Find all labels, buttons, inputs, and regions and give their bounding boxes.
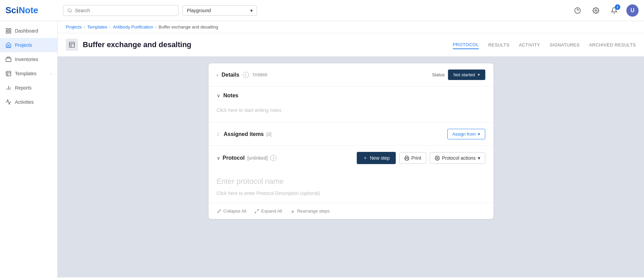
notifications-button[interactable]: 2: [608, 4, 620, 17]
status-value: Not started: [453, 72, 475, 77]
breadcrumb-current: Buffer exchange and desalting: [159, 24, 218, 29]
sidebar-item-templates[interactable]: Templates ›: [0, 66, 57, 81]
svg-line-21: [217, 212, 218, 213]
sidebar-item-inventories[interactable]: Inventories: [0, 52, 57, 66]
rearrange-steps-label: Rearrange steps: [297, 209, 330, 214]
tab-results[interactable]: RESULTS: [488, 41, 510, 49]
expand-icon: [254, 209, 259, 214]
chevron-down-icon: ▾: [478, 155, 480, 161]
main-card: › Details i TA9868 Status Not started ▾: [209, 63, 493, 219]
protocol-actions-button[interactable]: Protocol actions ▾: [430, 152, 485, 164]
svg-point-4: [595, 9, 597, 11]
sidebar-item-reports[interactable]: Reports: [0, 81, 57, 95]
svg-rect-19: [406, 158, 408, 160]
workspace-label: Playground: [187, 8, 211, 13]
protocol-actions-label: Protocol actions: [442, 155, 476, 161]
dashboard-icon: [5, 28, 12, 34]
notes-header-left: ∨ Notes: [217, 93, 238, 99]
activities-icon: [5, 99, 12, 105]
chevron-right-icon: ›: [217, 72, 218, 78]
protocol-title: Protocol: [223, 155, 245, 161]
main-content: Projects › Templates › Antibody Purifica…: [58, 21, 644, 278]
svg-rect-9: [6, 58, 11, 62]
collapse-all-label: Collapse All: [223, 209, 247, 214]
new-step-button[interactable]: ＋ New step: [357, 152, 396, 164]
search-bar[interactable]: [63, 5, 178, 16]
notes-placeholder[interactable]: Click here to start writing notes: [217, 105, 485, 116]
breadcrumb: Projects › Templates › Antibody Purifica…: [58, 21, 644, 33]
breadcrumb-sep: ›: [110, 24, 111, 29]
protocol-name-input[interactable]: Enter protocol name: [217, 177, 485, 186]
gear-icon: [435, 156, 440, 161]
search-icon: [67, 7, 72, 14]
breadcrumb-antibody[interactable]: Antibody Purification: [113, 24, 153, 29]
sidebar-item-label: Dashboard: [15, 28, 52, 34]
protocol-header: ∨ Protocol [unlinked] i ＋ New step: [209, 146, 493, 170]
protocol-description-input[interactable]: Click here to enter Protocol Description…: [217, 191, 485, 196]
svg-rect-8: [9, 32, 11, 33]
breadcrumb-projects[interactable]: Projects: [66, 24, 82, 29]
svg-rect-10: [6, 71, 11, 76]
settings-button[interactable]: [590, 4, 602, 17]
tab-protocol[interactable]: PROTOCOL: [453, 41, 479, 49]
details-title: Details: [221, 72, 239, 78]
svg-point-0: [68, 9, 71, 12]
sidebar-item-dashboard[interactable]: Dashboard: [0, 24, 57, 38]
assigned-items-header[interactable]: ↕ Assigned items [2] Assign from ▾: [209, 123, 493, 145]
breadcrumb-sep: ›: [155, 24, 156, 29]
sidebar-item-label: Inventories: [15, 57, 52, 62]
rearrange-steps-button[interactable]: Rearrange steps: [290, 209, 330, 214]
details-id: TA9868: [252, 72, 268, 77]
collapse-icon: [217, 209, 221, 214]
avatar[interactable]: U: [626, 4, 639, 17]
svg-rect-5: [6, 28, 8, 30]
print-button[interactable]: Print: [399, 152, 426, 164]
status-group: Status Not started ▾: [432, 70, 485, 80]
sidebar-item-label: Activities: [15, 99, 52, 105]
svg-rect-7: [6, 32, 8, 33]
protocol-header-left: ∨ Protocol [unlinked] i: [217, 155, 277, 161]
sidebar: Dashboard Projects Inventories Temp: [0, 21, 58, 278]
templates-icon: [5, 71, 12, 77]
status-button[interactable]: Not started ▾: [448, 70, 485, 80]
sidebar-item-label: Reports: [15, 85, 52, 91]
breadcrumb-templates[interactable]: Templates: [87, 24, 107, 29]
print-icon: [404, 156, 409, 161]
protocol-footer: Collapse All Expand All Rearrange s: [209, 203, 493, 219]
notes-section-header[interactable]: ∨ Notes: [209, 86, 493, 105]
page-header: Buffer exchange and desalting PROTOCOL R…: [58, 33, 644, 57]
sidebar-item-label: Templates: [15, 71, 47, 76]
tab-signatures[interactable]: SIGNATURES: [550, 41, 580, 49]
details-section-header[interactable]: › Details i TA9868 Status Not started ▾: [209, 63, 493, 86]
protocol-unlinked-label: [unlinked]: [247, 155, 268, 161]
assigned-items-title: Assigned items: [224, 131, 264, 137]
svg-rect-6: [9, 28, 11, 30]
expand-all-button[interactable]: Expand All: [254, 209, 282, 214]
cursor-icon: ↕: [217, 131, 220, 138]
search-input[interactable]: [75, 8, 174, 13]
plus-icon: ＋: [363, 155, 368, 161]
content-area: › Details i TA9868 Status Not started ▾: [58, 57, 644, 277]
tab-activity[interactable]: ACTIVITY: [519, 41, 540, 49]
assign-from-button[interactable]: Assign from ▾: [447, 129, 485, 139]
projects-icon: [5, 42, 12, 48]
reports-icon: [5, 85, 12, 91]
chevron-down-icon: ∨: [217, 93, 220, 98]
info-icon[interactable]: i: [243, 72, 249, 78]
chevron-down-icon: ▾: [250, 8, 253, 13]
chevron-right-icon: ›: [51, 72, 52, 76]
svg-line-24: [255, 212, 256, 213]
notes-section: ∨ Notes Click here to start writing note…: [209, 86, 493, 123]
help-button[interactable]: [571, 4, 584, 17]
notes-body: Click here to start writing notes: [209, 105, 493, 122]
sidebar-item-projects[interactable]: Projects: [0, 38, 57, 52]
protocol-info-icon[interactable]: i: [270, 155, 276, 161]
workspace-selector[interactable]: Playground ▾: [182, 5, 257, 16]
print-label: Print: [411, 155, 421, 161]
chevron-down-icon: ▾: [478, 73, 480, 77]
status-label: Status: [432, 72, 445, 77]
sidebar-item-activities[interactable]: Activities: [0, 95, 57, 109]
collapse-all-button[interactable]: Collapse All: [217, 209, 247, 214]
protocol-body: Enter protocol name Click here to enter …: [209, 170, 493, 203]
tab-archived-results[interactable]: ARCHIVED RESULTS: [589, 41, 636, 49]
